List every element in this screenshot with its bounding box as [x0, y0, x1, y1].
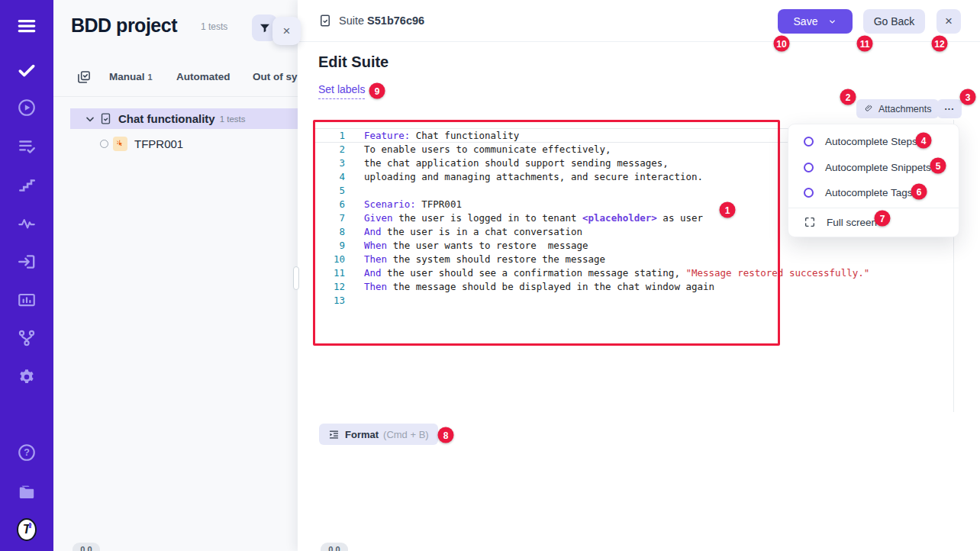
close-button[interactable]: ×	[936, 9, 961, 34]
more-options-button[interactable]: ...	[937, 99, 962, 118]
format-icon	[328, 429, 340, 440]
format-shortcut: (Cmd + B)	[383, 429, 429, 440]
annotation-12: 12	[932, 36, 948, 52]
menu-item-full-screen[interactable]: Full screen	[788, 208, 959, 237]
manual-test-icon	[113, 137, 127, 151]
test-tree: Chat functionality 1 tests TFPR001	[53, 53, 298, 176]
code-text: Given the user is logged in to tenant <p…	[364, 211, 703, 225]
set-labels-link[interactable]: Set labels	[318, 83, 365, 99]
code-text: the chat application should support send…	[364, 156, 669, 170]
annotation-5: 5	[930, 158, 946, 174]
activity-icon[interactable]	[17, 214, 37, 234]
menu-item-autocomplete-tags[interactable]: Autocomplete Tags	[788, 180, 959, 206]
annotation-11: 11	[857, 36, 873, 52]
folder-icon[interactable]	[17, 482, 37, 501]
help-icon[interactable]: ?	[17, 443, 37, 462]
annotation-4: 4	[916, 133, 932, 149]
project-title: BDD project	[71, 14, 177, 37]
radio-icon[interactable]	[804, 188, 814, 198]
save-button[interactable]: Save	[778, 9, 853, 34]
format-button[interactable]: Format (Cmd + B)	[319, 424, 438, 445]
left-panel-zoom-badge: 0.0	[73, 543, 100, 551]
line-number: 3	[313, 156, 345, 170]
line-number: 7	[313, 211, 345, 225]
suite-type-label: Suite	[339, 14, 364, 27]
line-number: 8	[313, 225, 345, 239]
code-text: Scenario: TFPR001	[364, 198, 462, 211]
code-line: 10Then the system should restore the mes…	[313, 253, 953, 266]
tree-folder-chat-functionality[interactable]: Chat functionality 1 tests	[70, 108, 298, 129]
test-label: TFPR001	[134, 137, 183, 150]
line-number: 5	[313, 184, 345, 198]
line-number: 11	[313, 266, 345, 280]
editor-zoom-badge: 0.0	[321, 543, 348, 551]
tree-folder-count: 1 tests	[220, 114, 246, 124]
annotation-10: 10	[774, 36, 790, 52]
tree-folder-label: Chat functionality	[118, 112, 215, 125]
logo[interactable]: T	[17, 520, 37, 540]
list-check-icon[interactable]	[17, 137, 37, 156]
panel-close-button[interactable]: ×	[272, 17, 301, 45]
code-text: Feature: Chat functionality	[364, 129, 519, 142]
code-text: And the user should see a confirmation m…	[364, 266, 869, 280]
radio-icon[interactable]	[804, 137, 814, 147]
check-icon[interactable]	[17, 60, 37, 80]
go-back-button[interactable]: Go Back	[863, 9, 925, 34]
logo-mark: T	[17, 518, 37, 541]
line-number: 10	[313, 253, 345, 266]
annotation-2: 2	[840, 89, 856, 105]
topbar-divider	[298, 41, 980, 42]
code-text: Then the message should be displayed in …	[364, 280, 714, 294]
line-number: 1	[313, 129, 345, 142]
code-text: And the user is in a chat conversation	[364, 225, 582, 239]
line-number: 6	[313, 198, 345, 211]
save-dropdown-caret[interactable]	[828, 18, 837, 26]
code-text: When the user wants to restore message	[364, 239, 588, 253]
attachments-button[interactable]: Attachments	[856, 99, 939, 118]
code-line: 11And the user should see a confirmation…	[313, 266, 953, 280]
fullscreen-icon	[804, 216, 816, 228]
steps-icon[interactable]	[17, 176, 37, 195]
bar-chart-icon[interactable]	[17, 290, 37, 310]
icon-rail: ? T	[0, 0, 53, 551]
annotation-1: 1	[720, 202, 736, 218]
app: ? T BDD project 1 tests Manual1 Automate…	[0, 0, 980, 551]
line-number: 9	[313, 239, 345, 253]
gear-icon[interactable]	[17, 367, 37, 387]
code-line: 13	[313, 294, 953, 308]
suite-id: S51b76c96	[367, 14, 424, 27]
line-number: 12	[313, 280, 345, 294]
panel-resize-handle[interactable]	[293, 266, 299, 290]
radio-icon[interactable]	[804, 163, 814, 172]
sign-in-icon[interactable]	[17, 252, 37, 272]
page-title: Edit Suite	[318, 53, 388, 71]
annotation-7: 7	[875, 211, 891, 227]
line-number: 13	[313, 294, 345, 308]
annotation-3: 3	[960, 89, 976, 105]
suite-doc-icon	[318, 13, 332, 28]
project-panel: BDD project 1 tests Manual1 Automated Ou…	[53, 0, 298, 551]
test-radio[interactable]	[100, 140, 108, 148]
code-line: 9When the user wants to restore message	[313, 239, 953, 253]
paperclip-icon	[864, 104, 874, 114]
code-text: uploading and managing attachments, and …	[364, 170, 703, 184]
breadcrumb: Suite S51b76c96	[318, 13, 424, 28]
tree-test-tfpr001[interactable]: TFPR001	[70, 132, 298, 155]
code-text: Then the system should restore the messa…	[364, 253, 605, 266]
menu-icon[interactable]	[17, 16, 37, 36]
chevron-down-icon[interactable]	[84, 113, 96, 125]
code-text: To enable users to communicate effective…	[364, 143, 611, 156]
feature-file-icon	[99, 112, 112, 125]
annotation-9: 9	[369, 83, 385, 99]
branch-icon[interactable]	[17, 328, 37, 348]
line-number: 2	[313, 143, 345, 156]
annotation-8: 8	[438, 427, 454, 443]
play-circle-icon[interactable]	[17, 98, 37, 118]
options-dropdown-menu: Autocomplete Steps Autocomplete Snippets…	[788, 124, 959, 237]
menu-item-autocomplete-steps[interactable]: Autocomplete Steps	[788, 129, 959, 155]
project-tests-count: 1 tests	[201, 21, 227, 32]
line-number: 4	[313, 170, 345, 184]
svg-text:?: ?	[24, 447, 30, 458]
code-line: 12Then the message should be displayed i…	[313, 280, 953, 294]
annotation-6: 6	[911, 184, 927, 200]
